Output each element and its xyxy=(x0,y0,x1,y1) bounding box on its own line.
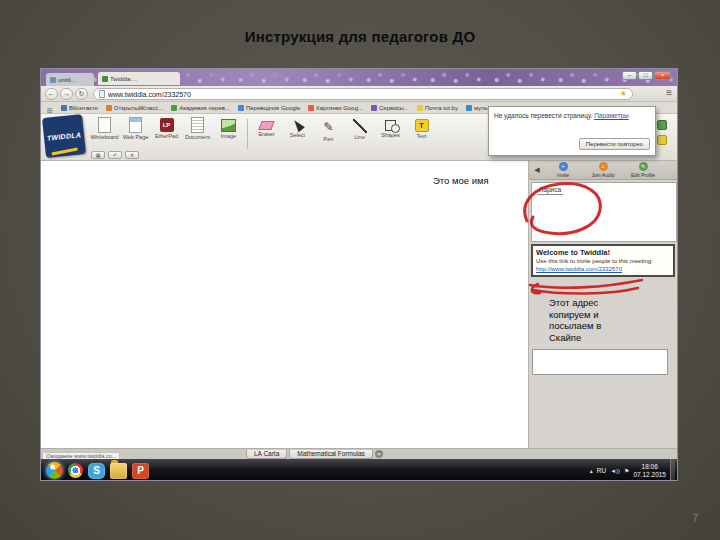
tab-title: untitl... xyxy=(58,77,76,83)
welcome-text: Use this link to invite people to this m… xyxy=(536,258,670,265)
browser-screenshot: untitl... Twiddla:... – □ × ← → ↻ www.tw… xyxy=(40,68,678,481)
tool-eraser[interactable]: Eraser xyxy=(251,117,282,137)
bookmark-star-icon[interactable]: ★ xyxy=(620,89,627,99)
text-bubble-icon xyxy=(415,119,429,132)
meeting-link[interactable]: http://www.twiddla.com/2332570 xyxy=(536,266,670,272)
tool-line[interactable]: Line xyxy=(344,117,375,140)
invite-icon xyxy=(559,162,568,171)
close-sheet-icon[interactable]: × xyxy=(375,450,383,458)
slide-title: Инструкция для педагогов ДО xyxy=(0,28,720,45)
bookmark-icon xyxy=(417,105,423,111)
tool-etherpad[interactable]: EtherPad xyxy=(151,117,182,139)
bookmark-label: Переводчик Google xyxy=(246,105,300,111)
annotation-address-note: Этот адрес копируем и посылаем в Скайпе xyxy=(549,297,601,343)
status-text: Ожидание www.twiddla.co... xyxy=(42,452,120,459)
collapse-panel-icon[interactable]: ◀ xyxy=(531,166,543,174)
tool-pen[interactable]: Pen xyxy=(313,117,344,142)
translate-retry-button[interactable]: Перевести повторно xyxy=(579,138,650,150)
apps-grid-icon[interactable] xyxy=(47,102,53,114)
browser-tab-active[interactable]: Twiddla:... xyxy=(98,72,180,85)
chat-icon[interactable] xyxy=(657,135,667,145)
join-audio-button[interactable]: Join Audio xyxy=(583,162,623,178)
forward-button[interactable]: → xyxy=(60,88,73,100)
sheet-tab-math[interactable]: Mathematical Formulas xyxy=(289,450,373,459)
bookmark-icon xyxy=(371,105,377,111)
bookmark-label: Академия перев... xyxy=(179,105,230,111)
tool-buttons: Whiteboard Web Page EtherPad Document Im… xyxy=(89,117,437,149)
clock[interactable]: 18:06 07.12.2015 xyxy=(633,463,666,479)
welcome-box: Welcome to Twiddla! Use this link to inv… xyxy=(531,244,675,277)
back-button[interactable]: ← xyxy=(45,88,58,100)
user-name-tab[interactable]: Лариса xyxy=(537,186,563,195)
show-desktop-button[interactable] xyxy=(670,459,675,481)
toolbar-mini-buttons xyxy=(91,151,139,159)
bookmark-label: Картинки Goog... xyxy=(316,105,363,111)
grid-button[interactable] xyxy=(91,151,105,159)
translate-popup: Не удалось перевести страницу. Параметры… xyxy=(488,106,656,156)
wrench-menu-icon[interactable]: ≡ xyxy=(666,87,672,98)
tool-select[interactable]: Select xyxy=(282,117,313,138)
twiddla-favicon xyxy=(102,76,108,82)
bookmark-icon xyxy=(171,105,177,111)
minimize-button[interactable]: – xyxy=(622,71,637,80)
bookmark-item[interactable]: Почта tut.by xyxy=(417,105,458,111)
translate-options-link[interactable]: Параметры xyxy=(594,112,629,119)
bookmark-icon xyxy=(106,105,112,111)
language-indicator[interactable]: RU xyxy=(597,467,606,474)
browser-tab-inactive[interactable]: untitl... xyxy=(46,73,94,86)
document-icon xyxy=(191,117,204,133)
edit-profile-button[interactable]: Edit Profile xyxy=(623,162,663,178)
bookmark-item[interactable]: Сервисы... xyxy=(371,105,409,111)
address-bar[interactable]: www.twiddla.com/2332570 ★ xyxy=(93,88,633,100)
window-titlebar: untitl... Twiddla:... – □ × xyxy=(41,69,677,86)
url-text: www.twiddla.com/2332570 xyxy=(108,91,191,98)
whiteboard-icon xyxy=(98,117,111,133)
bookmark-label: Почта tut.by xyxy=(425,105,458,111)
eraser-icon xyxy=(258,121,274,130)
invite-button[interactable]: Invite xyxy=(543,162,583,178)
chrome-taskbar-icon[interactable] xyxy=(68,463,83,478)
undo-button[interactable] xyxy=(108,151,122,159)
tool-webpage[interactable]: Web Page xyxy=(120,117,151,140)
panel-action-bar: ◀ Invite Join Audio Edit Profile xyxy=(529,161,678,180)
taskbar: ▴ RU ◄)) ⚑ 18:06 07.12.2015 xyxy=(41,459,677,481)
clock-date: 07.12.2015 xyxy=(633,471,666,479)
start-button[interactable] xyxy=(46,462,63,479)
tool-document[interactable]: Document xyxy=(182,117,213,140)
whiteboard-canvas[interactable]: Это мое имя xyxy=(41,161,528,448)
bookmark-item[interactable]: ВКонтакте xyxy=(61,105,98,111)
audio-icon xyxy=(599,162,608,171)
bookmark-item[interactable]: Академия перев... xyxy=(171,105,230,111)
bookmark-item[interactable]: Переводчик Google xyxy=(238,105,300,111)
sheet-tab-la-carta[interactable]: LA Carta xyxy=(246,450,287,459)
maximize-button[interactable]: □ xyxy=(638,71,653,80)
message-input[interactable] xyxy=(532,349,668,375)
webpage-icon xyxy=(129,117,142,133)
bookmark-label: ОткрытыйКласс... xyxy=(114,105,163,111)
welcome-title: Welcome to Twiddla! xyxy=(536,248,670,257)
formula-icon[interactable] xyxy=(657,120,667,130)
close-button[interactable]: × xyxy=(654,71,671,80)
bookmark-icon xyxy=(308,105,314,111)
line-icon xyxy=(353,119,367,133)
sheet-bar: Ожидание www.twiddla.co... LA Carta Math… xyxy=(41,448,677,459)
tool-text[interactable]: Text xyxy=(406,117,437,139)
volume-icon[interactable]: ◄)) xyxy=(610,468,620,474)
explorer-taskbar-icon[interactable] xyxy=(110,463,127,479)
bookmark-label: ВКонтакте xyxy=(69,105,98,111)
window-controls: – □ × xyxy=(622,71,671,80)
bookmark-item[interactable]: ОткрытыйКласс... xyxy=(106,105,163,111)
powerpoint-taskbar-icon[interactable] xyxy=(132,463,149,479)
action-center-icon[interactable]: ⚑ xyxy=(624,467,629,474)
image-icon xyxy=(221,119,236,132)
tool-whiteboard[interactable]: Whiteboard xyxy=(89,117,120,140)
clear-button[interactable] xyxy=(125,151,139,159)
bookmark-item[interactable]: Картинки Goog... xyxy=(308,105,363,111)
cursor-icon xyxy=(291,118,305,132)
refresh-button[interactable]: ↻ xyxy=(75,88,88,100)
tool-shapes[interactable]: Shapes xyxy=(375,117,406,138)
skype-taskbar-icon[interactable] xyxy=(88,463,105,479)
tray-expand-icon[interactable]: ▴ xyxy=(590,467,593,474)
tool-image[interactable]: Image xyxy=(213,117,244,139)
twiddla-logo[interactable]: TWIDDLA xyxy=(42,114,86,158)
